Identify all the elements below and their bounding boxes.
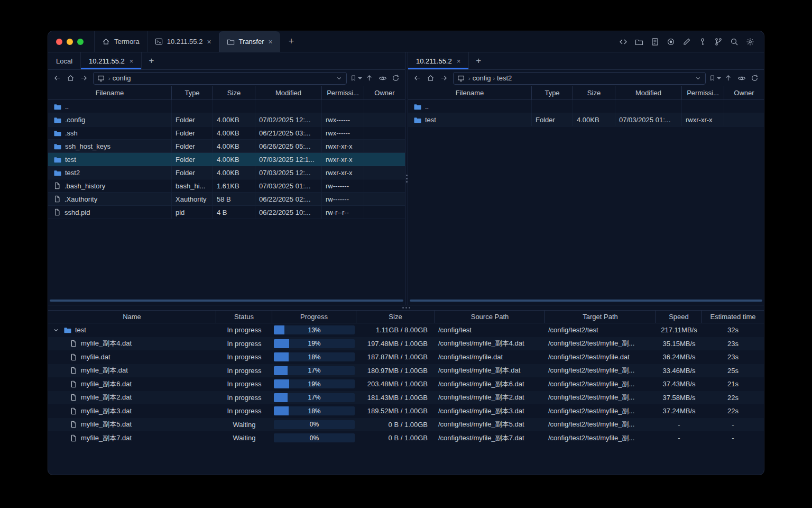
transfer-row[interactable]: myfile_副本3.dat In progress 18% 189.52MB …: [48, 404, 764, 418]
file-owner: [364, 206, 405, 219]
forward-button[interactable]: [437, 72, 450, 85]
code-icon[interactable]: [617, 35, 630, 48]
transfer-row[interactable]: myfile_副本7.dat Waiting 0% 0 B / 1.00GB /…: [48, 431, 764, 445]
column-header-modified[interactable]: Modified: [615, 86, 682, 99]
file-row[interactable]: test Folder 4.00KB 07/03/2025 12:1... rw…: [48, 153, 405, 166]
transfer-row[interactable]: myfile_副本2.dat In progress 17% 181.43MB …: [48, 391, 764, 405]
titlebar-tab[interactable]: Transfer ×: [219, 31, 280, 52]
column-header-type[interactable]: Type: [532, 86, 573, 99]
file-icon: [70, 340, 77, 347]
column-header-estimated-time[interactable]: Estimated time: [702, 311, 764, 323]
column-header-type[interactable]: Type: [172, 86, 213, 99]
parent-directory-button[interactable]: [363, 72, 376, 85]
key-icon[interactable]: [696, 35, 709, 48]
transfer-size: 180.97MB / 1.00GB: [356, 367, 435, 375]
transfer-row[interactable]: test In progress 13% 1.11GB / 8.00GB /co…: [48, 323, 764, 337]
branch-icon[interactable]: [712, 35, 725, 48]
file-row[interactable]: test2 Folder 4.00KB 07/03/2025 12:... rw…: [48, 166, 405, 179]
transfer-row[interactable]: myfile_副本5.dat Waiting 0% 0 B / 1.00GB /…: [48, 418, 764, 432]
search-icon[interactable]: [728, 35, 741, 48]
forward-button[interactable]: [77, 72, 90, 85]
column-header-speed[interactable]: Speed: [656, 311, 702, 323]
add-panel-tab-button[interactable]: +: [469, 52, 488, 69]
file-icon: [70, 353, 77, 361]
back-button[interactable]: [411, 72, 424, 85]
column-header-size[interactable]: Size: [573, 86, 615, 99]
column-header-filename[interactable]: Filename: [48, 86, 172, 99]
close-tab-icon[interactable]: ×: [269, 38, 273, 46]
breadcrumb-segment[interactable]: config: [473, 74, 491, 82]
file-row[interactable]: .ssh Folder 4.00KB 06/21/2025 03:... rwx…: [48, 126, 405, 140]
file-row[interactable]: .bash_history bash_hi... 1.61KB 07/03/20…: [48, 179, 405, 193]
breadcrumb-segment[interactable]: config: [113, 74, 131, 82]
close-window-button[interactable]: [56, 39, 62, 45]
file-row[interactable]: sshd.pid pid 4 B 06/22/2025 10:... rw-r-…: [48, 206, 405, 219]
back-button[interactable]: [51, 72, 64, 85]
panel-tab[interactable]: Local ×: [48, 52, 81, 69]
column-header-progress[interactable]: Progress: [272, 311, 356, 323]
zoom-window-button[interactable]: [77, 39, 84, 45]
address-bar[interactable]: ›config ›test2: [453, 72, 706, 85]
column-header-permissions[interactable]: Permissi...: [322, 86, 364, 99]
column-header-owner[interactable]: Owner: [724, 86, 764, 99]
column-header-status[interactable]: Status: [216, 311, 272, 323]
file-row[interactable]: .config Folder 4.00KB 07/02/2025 12:... …: [48, 113, 405, 126]
bookmark-button[interactable]: [708, 72, 722, 85]
parent-directory-button[interactable]: [722, 72, 735, 85]
file-row[interactable]: ..: [48, 100, 405, 113]
titlebar-tab[interactable]: 10.211.55.2 ×: [147, 31, 219, 52]
folder-icon[interactable]: [633, 35, 645, 48]
home-button[interactable]: [424, 72, 437, 85]
panel-tab[interactable]: 10.211.55.2 ×: [408, 52, 469, 69]
column-header-size[interactable]: Size: [356, 311, 435, 323]
transfer-splitter[interactable]: [48, 305, 764, 310]
close-tab-icon[interactable]: ×: [457, 57, 461, 65]
progress-cell: 13%: [272, 325, 356, 334]
minimize-window-button[interactable]: [67, 39, 73, 45]
record-icon[interactable]: [665, 35, 677, 48]
chevron-down-icon[interactable]: [695, 75, 702, 81]
titlebar-tab[interactable]: Termora ×: [94, 31, 147, 52]
column-header-size[interactable]: Size: [213, 86, 255, 99]
transfer-row[interactable]: myfile_副本.dat In progress 17% 180.97MB /…: [48, 364, 764, 378]
show-hidden-files-button[interactable]: [735, 72, 748, 85]
file-name: .Xauthority: [64, 195, 97, 203]
close-tab-icon[interactable]: ×: [130, 57, 134, 65]
collapse-icon[interactable]: [52, 327, 60, 333]
transfer-row[interactable]: myfile_副本6.dat In progress 19% 203.48MB …: [48, 377, 764, 391]
edit-icon[interactable]: [680, 35, 693, 48]
horizontal-scrollbar[interactable]: [50, 300, 403, 302]
horizontal-scrollbar[interactable]: [410, 300, 762, 302]
column-header-name[interactable]: Name: [48, 311, 216, 323]
transfer-eta: -: [702, 421, 764, 429]
transfer-row[interactable]: myfile_副本4.dat In progress 19% 197.48MB …: [48, 337, 764, 351]
chevron-down-icon[interactable]: [336, 75, 343, 81]
refresh-button[interactable]: [748, 72, 761, 85]
file-row[interactable]: .Xauthority Xauthority 58 B 06/22/2025 0…: [48, 193, 405, 206]
computer-icon: [97, 75, 105, 82]
new-tab-button[interactable]: +: [280, 31, 303, 52]
transfer-row[interactable]: myfile.dat In progress 18% 187.87MB / 1.…: [48, 350, 764, 364]
breadcrumb-segment[interactable]: test2: [497, 74, 512, 82]
close-tab-icon[interactable]: ×: [207, 38, 211, 46]
bookmark-button[interactable]: [349, 72, 363, 85]
transfer-status: Waiting: [216, 421, 272, 429]
file-row[interactable]: ssh_host_keys Folder 4.00KB 06/26/2025 0…: [48, 140, 405, 153]
file-size: 4.00KB: [213, 166, 255, 179]
home-button[interactable]: [64, 72, 77, 85]
column-header-filename[interactable]: Filename: [408, 86, 532, 99]
address-bar[interactable]: ›config: [93, 72, 347, 85]
notes-icon[interactable]: [649, 35, 661, 48]
column-header-target-path[interactable]: Target Path: [545, 311, 656, 323]
refresh-button[interactable]: [389, 72, 402, 85]
column-header-source-path[interactable]: Source Path: [435, 311, 545, 323]
column-header-owner[interactable]: Owner: [364, 86, 405, 99]
settings-icon[interactable]: [744, 35, 756, 48]
file-row[interactable]: test Folder 4.00KB 07/03/2025 01:... rwx…: [408, 113, 764, 126]
column-header-permissions[interactable]: Permissi...: [682, 86, 724, 99]
file-row[interactable]: ..: [408, 100, 764, 113]
panel-tab[interactable]: 10.211.55.2 ×: [81, 52, 142, 69]
column-header-modified[interactable]: Modified: [255, 86, 322, 99]
show-hidden-files-button[interactable]: [376, 72, 389, 85]
add-panel-tab-button[interactable]: +: [142, 52, 161, 69]
